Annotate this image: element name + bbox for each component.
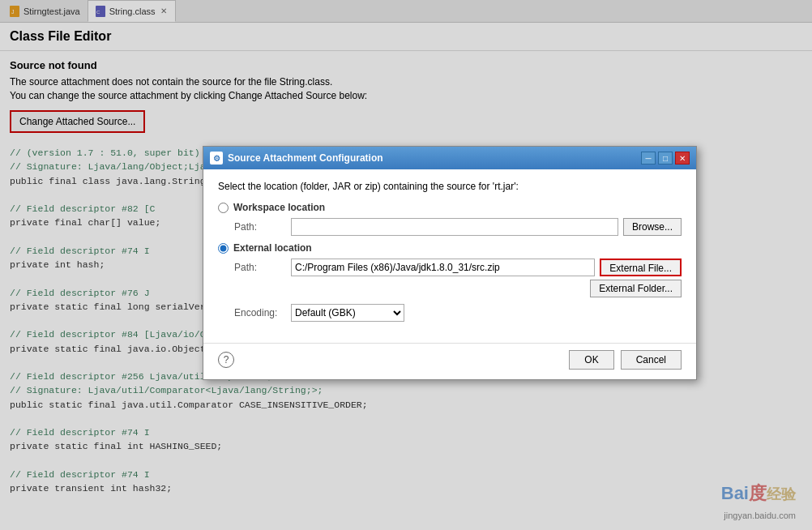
- encoding-row: Encoding: Default (GBK) UTF-8 ISO-8859-1…: [218, 304, 682, 322]
- footer-buttons: OK Cancel: [569, 350, 682, 370]
- workspace-location-group: Workspace location Path: Browse...: [218, 202, 682, 236]
- dialog-window-controls: ─ □ ✕: [641, 152, 690, 165]
- cancel-button[interactable]: Cancel: [621, 350, 682, 370]
- external-path-row: Path: External File...: [218, 259, 682, 276]
- dialog-description: Select the location (folder, JAR or zip)…: [218, 181, 682, 192]
- external-path-label: Path:: [234, 262, 291, 273]
- workspace-radio-input[interactable]: [218, 203, 229, 213]
- dialog-close-button[interactable]: ✕: [675, 152, 690, 165]
- external-folder-button[interactable]: External Folder...: [590, 280, 682, 297]
- browse-button[interactable]: Browse...: [623, 218, 682, 236]
- dialog-maximize-button[interactable]: □: [658, 152, 673, 165]
- dialog-footer: ? OK Cancel: [203, 343, 696, 379]
- help-icon[interactable]: ?: [218, 352, 234, 368]
- dialog-minimize-button[interactable]: ─: [641, 152, 656, 165]
- external-path-input[interactable]: [291, 259, 595, 276]
- external-radio-input[interactable]: [218, 243, 229, 254]
- workspace-radio-option: Workspace location: [218, 202, 682, 213]
- workspace-radio-label: Workspace location: [233, 202, 325, 213]
- workspace-path-label: Path:: [234, 221, 291, 233]
- external-location-section: External location Path: External File...…: [218, 242, 682, 322]
- encoding-label: Encoding:: [234, 307, 291, 318]
- dialog-title-text: Source Attachment Configuration: [228, 152, 383, 164]
- dialog-app-icon: ⚙: [210, 152, 223, 165]
- dialog-title-left: ⚙ Source Attachment Configuration: [210, 152, 383, 165]
- encoding-select[interactable]: Default (GBK) UTF-8 ISO-8859-1 US-ASCII: [291, 304, 404, 322]
- workspace-path-row: Path: Browse...: [218, 218, 682, 236]
- external-radio-option: External location: [218, 242, 682, 254]
- source-attachment-dialog: ⚙ Source Attachment Configuration ─ □ ✕ …: [203, 146, 697, 380]
- external-file-button[interactable]: External File...: [600, 259, 682, 276]
- dialog-body: Select the location (folder, JAR or zip)…: [203, 169, 696, 343]
- dialog-titlebar: ⚙ Source Attachment Configuration ─ □ ✕: [203, 147, 696, 169]
- workspace-path-input[interactable]: [291, 218, 618, 236]
- ok-button[interactable]: OK: [569, 350, 613, 370]
- external-radio-label: External location: [233, 242, 312, 254]
